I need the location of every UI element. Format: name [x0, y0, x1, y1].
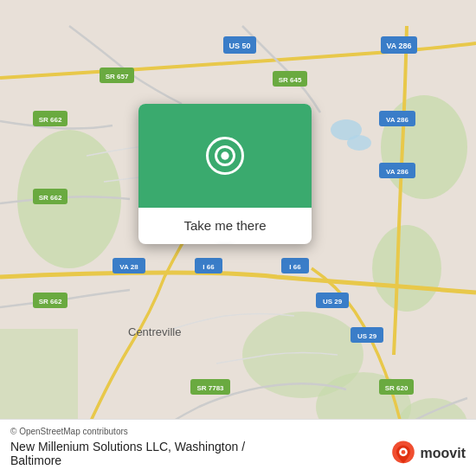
map-container: Centreville US 50 VA 286 SR 657 SR 645 S… [0, 0, 476, 476]
svg-text:US 29: US 29 [357, 332, 377, 340]
popup-card: Take me there [138, 104, 312, 244]
moovit-icon-svg [389, 440, 417, 467]
svg-text:SR 662: SR 662 [39, 194, 62, 202]
svg-text:VA 286: VA 286 [386, 116, 408, 124]
svg-text:SR 662: SR 662 [39, 116, 62, 124]
bottom-bar: © OpenStreetMap contributors New Milleni… [0, 419, 476, 476]
popup-header [138, 104, 312, 208]
svg-point-9 [347, 135, 371, 151]
svg-text:VA 286: VA 286 [386, 42, 411, 50]
take-me-there-button[interactable]: Take me there [183, 218, 266, 233]
svg-point-44 [221, 151, 228, 159]
svg-point-3 [372, 225, 441, 312]
svg-text:SR 645: SR 645 [279, 76, 302, 84]
location-pin-icon [206, 137, 244, 175]
svg-text:US 50: US 50 [228, 42, 250, 50]
attribution: © OpenStreetMap contributors [10, 427, 466, 436]
place-info: New Millenium Solutions LLC, Washington … [10, 440, 466, 467]
svg-text:SR 7783: SR 7783 [196, 384, 224, 392]
svg-text:SR 657: SR 657 [106, 73, 129, 80]
svg-text:US 29: US 29 [323, 298, 343, 306]
svg-text:SR 662: SR 662 [39, 298, 62, 306]
svg-text:I 66: I 66 [289, 263, 301, 271]
svg-text:Centreville: Centreville [128, 325, 181, 338]
place-subtitle: Baltimore [10, 453, 245, 467]
place-name: New Millenium Solutions LLC, Washington … [10, 440, 245, 453]
moovit-logo: moovit [389, 440, 466, 467]
svg-point-47 [401, 450, 405, 454]
svg-text:VA 28: VA 28 [119, 263, 138, 271]
place-details: New Millenium Solutions LLC, Washington … [10, 440, 245, 467]
svg-text:SR 620: SR 620 [385, 384, 408, 392]
attribution-text: © OpenStreetMap contributors [10, 427, 128, 436]
svg-text:VA 286: VA 286 [386, 168, 408, 176]
svg-text:I 66: I 66 [203, 263, 215, 271]
moovit-label: moovit [421, 446, 466, 461]
popup-button-section: Take me there [138, 208, 312, 244]
